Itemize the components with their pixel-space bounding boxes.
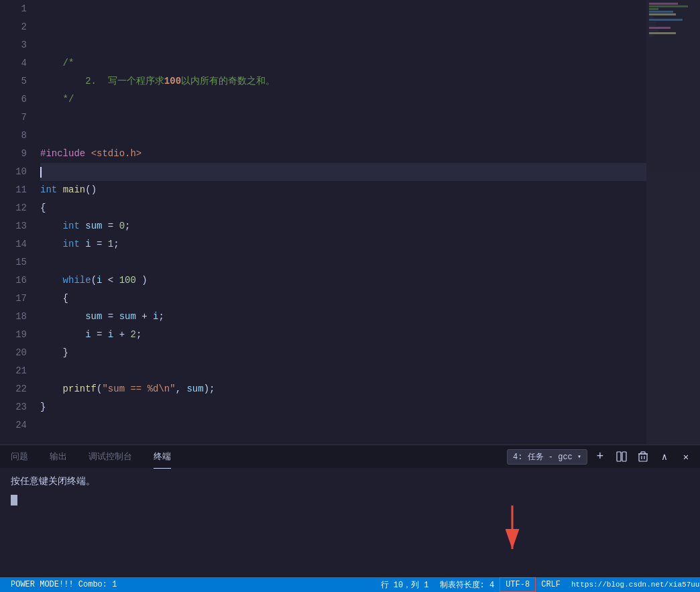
- chevron-down-icon: ▾: [577, 453, 581, 461]
- line-numbers: 123456789101112131415161718192021222324: [0, 0, 35, 445]
- line-number: 21: [0, 362, 27, 380]
- close-panel-button[interactable]: ✕: [677, 448, 695, 465]
- tab-problems[interactable]: 问题: [0, 445, 39, 469]
- code-line: 2. 写一个程序求100以内所有的奇数之和。: [40, 72, 646, 91]
- line-number: 22: [0, 380, 27, 398]
- line-number: 13: [0, 217, 27, 235]
- terminal-dropdown[interactable]: 4: 任务 - gcc ▾: [507, 449, 587, 465]
- code-line: [40, 109, 646, 127]
- terminal-toolbar: 4: 任务 - gcc ▾ + ∧ ✕: [507, 448, 700, 465]
- tab-debug-console[interactable]: 调试控制台: [78, 445, 143, 469]
- code-line: {: [40, 290, 646, 308]
- terminal-content[interactable]: 按任意键关闭终端。: [0, 468, 700, 577]
- minimap: [646, 0, 700, 445]
- code-line: }: [40, 344, 646, 362]
- line-number: 3: [0, 36, 27, 54]
- code-line: [40, 18, 646, 36]
- svg-rect-0: [617, 452, 621, 461]
- line-number: 4: [0, 54, 27, 72]
- terminal-text-line: 按任意键关闭终端。: [11, 473, 689, 489]
- code-line: }: [40, 398, 646, 416]
- line-number: 23: [0, 398, 27, 416]
- line-number: 5: [0, 72, 27, 91]
- tab-terminal[interactable]: 终端: [143, 445, 182, 469]
- terminal-cursor: [11, 495, 17, 506]
- code-line: int main(): [40, 181, 646, 199]
- app-container: 123456789101112131415161718192021222324 …: [0, 0, 700, 592]
- line-number: 1: [0, 0, 27, 18]
- code-line: [40, 127, 646, 145]
- line-number: 9: [0, 145, 27, 163]
- code-line: sum = sum + i;: [40, 308, 646, 326]
- status-encoding[interactable]: UTF-8: [500, 577, 536, 592]
- code-line: i = i + 2;: [40, 326, 646, 344]
- code-line: int sum = 0;: [40, 217, 646, 235]
- delete-terminal-button[interactable]: [634, 448, 652, 465]
- line-number: 10: [0, 163, 27, 181]
- line-number: 16: [0, 272, 27, 290]
- split-terminal-button[interactable]: [613, 448, 630, 465]
- status-bar: POWER MODE!!! Combo: 1 行 10，列 1 制表符长度: 4…: [0, 577, 700, 592]
- line-number: 12: [0, 199, 27, 217]
- status-right: 行 10，列 1 制表符长度: 4 UTF-8 CRLF https://blo…: [375, 577, 700, 592]
- status-power-mode[interactable]: POWER MODE!!! Combo: 1: [5, 577, 122, 592]
- tab-output[interactable]: 输出: [39, 445, 78, 469]
- code-line: [40, 416, 646, 434]
- code-line: */: [40, 91, 646, 109]
- line-number: 24: [0, 416, 27, 434]
- editor-area[interactable]: 123456789101112131415161718192021222324 …: [0, 0, 700, 445]
- svg-rect-1: [622, 452, 626, 461]
- line-number: 11: [0, 181, 27, 199]
- code-content[interactable]: /* 2. 写一个程序求100以内所有的奇数之和。 */#include <st…: [35, 0, 646, 445]
- line-number: 2: [0, 18, 27, 36]
- panel-tabs-bar: 问题 输出 调试控制台 终端 4: 任务 - gcc ▾ +: [0, 445, 700, 468]
- code-line: int i = 1;: [40, 235, 646, 253]
- code-line: #include <stdio.h>: [40, 145, 646, 163]
- line-number: 6: [0, 91, 27, 109]
- code-line: [40, 0, 646, 18]
- add-terminal-button[interactable]: +: [591, 448, 609, 465]
- status-tab-size[interactable]: 制表符长度: 4: [434, 577, 500, 592]
- panel-container: 问题 输出 调试控制台 终端 4: 任务 - gcc ▾ +: [0, 445, 700, 577]
- code-line: /*: [40, 54, 646, 72]
- line-number: 20: [0, 344, 27, 362]
- code-line: [40, 36, 646, 54]
- text-cursor: [40, 167, 42, 178]
- status-left: POWER MODE!!! Combo: 1: [0, 577, 122, 592]
- line-number: 19: [0, 326, 27, 344]
- line-number: 17: [0, 290, 27, 308]
- terminal-cursor-line: [11, 492, 689, 508]
- line-number: 7: [0, 109, 27, 127]
- line-number: 18: [0, 308, 27, 326]
- line-number: 14: [0, 235, 27, 253]
- line-number: 8: [0, 127, 27, 145]
- status-line-ending[interactable]: CRLF: [536, 577, 566, 592]
- code-line: while(i < 100 ): [40, 272, 646, 290]
- code-line: [40, 253, 646, 272]
- svg-rect-2: [639, 454, 647, 461]
- code-line: [40, 362, 646, 380]
- status-position[interactable]: 行 10，列 1: [375, 577, 434, 592]
- code-line: {: [40, 199, 646, 217]
- maximize-panel-button[interactable]: ∧: [656, 448, 673, 465]
- code-line: printf("sum == %d\n", sum);: [40, 380, 646, 398]
- status-url[interactable]: https://blog.csdn.net/xia57uuqca: [566, 577, 700, 592]
- code-line: [40, 163, 646, 181]
- line-number: 15: [0, 253, 27, 272]
